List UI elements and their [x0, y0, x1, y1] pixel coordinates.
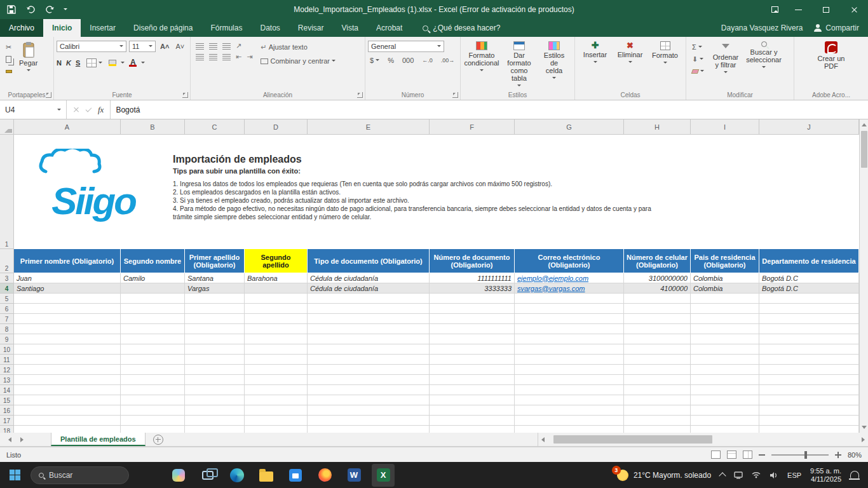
cell-D18[interactable] — [245, 426, 308, 433]
cell-E4[interactable]: Cédula de ciudadanía — [308, 283, 430, 294]
undo-icon[interactable] — [25, 4, 36, 15]
cell-E6[interactable] — [308, 304, 430, 314]
number-format-select[interactable]: General — [368, 41, 444, 52]
ribbon-tab-formulas[interactable]: Fórmulas — [201, 19, 251, 37]
tell-me-search[interactable]: ¿Qué desea hacer? — [423, 19, 500, 37]
cell-B13[interactable] — [121, 375, 185, 385]
cell-F18[interactable] — [430, 426, 515, 433]
confirm-entry-icon[interactable] — [86, 105, 92, 112]
zoom-level[interactable]: 80% — [848, 451, 862, 459]
cell-I3[interactable]: Colombia — [691, 273, 759, 283]
row-header-10[interactable]: 10 — [0, 344, 13, 355]
cell-B11[interactable] — [121, 355, 185, 365]
ribbon-tab-inicio[interactable]: Inicio — [43, 19, 81, 37]
cell-H9[interactable] — [624, 334, 691, 344]
font-size-select[interactable]: 11 — [129, 41, 156, 52]
find-select-button[interactable]: Buscar y seleccionar — [744, 39, 783, 72]
font-color-caret[interactable] — [141, 62, 145, 65]
formula-input[interactable]: Bogotá — [111, 100, 868, 119]
column-header-A[interactable]: A — [14, 119, 121, 134]
taskbar-search[interactable]: Buscar — [31, 466, 129, 484]
cell-B5[interactable] — [121, 294, 185, 304]
copilot-button[interactable] — [167, 464, 190, 487]
cell-I17[interactable] — [691, 416, 759, 426]
shrink-font-icon[interactable]: A˅ — [173, 41, 186, 51]
cell-F3[interactable]: 1111111111 — [430, 273, 515, 283]
header-cell-F2[interactable]: Número de documento (Obligatorio) — [430, 249, 515, 273]
ribbon-tab-insertar[interactable]: Insertar — [81, 19, 125, 37]
column-header-G[interactable]: G — [515, 119, 624, 134]
row-header-6[interactable]: 6 — [0, 304, 13, 314]
cell-J18[interactable] — [759, 426, 859, 433]
horizontal-scroll-thumb[interactable] — [553, 435, 712, 444]
font-color-icon[interactable]: A — [129, 59, 137, 67]
user-name[interactable]: Dayana Vasquez Rivera — [721, 24, 803, 32]
cell-E11[interactable] — [308, 355, 430, 365]
cell-H17[interactable] — [624, 416, 691, 426]
scroll-down-icon[interactable] — [860, 423, 868, 433]
cell-I18[interactable] — [691, 426, 759, 433]
cell-F9[interactable] — [430, 334, 515, 344]
header-cell-B2[interactable]: Segundo nombre — [121, 249, 185, 273]
cell-E13[interactable] — [308, 375, 430, 385]
cell-D6[interactable] — [245, 304, 308, 314]
cell-B10[interactable] — [121, 344, 185, 355]
cell-J11[interactable] — [759, 355, 859, 365]
cell-B8[interactable] — [121, 324, 185, 334]
clear-icon[interactable] — [690, 66, 706, 76]
cell-G14[interactable] — [515, 385, 624, 395]
cell-C6[interactable] — [185, 304, 245, 314]
cell-C4[interactable]: Vargas — [185, 283, 245, 294]
cell-G15[interactable] — [515, 395, 624, 405]
cell-C5[interactable] — [185, 294, 245, 304]
alignment-dialog-launcher[interactable] — [357, 92, 363, 98]
column-header-F[interactable]: F — [430, 119, 515, 134]
column-header-C[interactable]: C — [185, 119, 245, 134]
row-header-13[interactable]: 13 — [0, 375, 13, 385]
cell-J10[interactable] — [759, 344, 859, 355]
cell-styles-button[interactable]: Estilos de celda — [538, 39, 570, 83]
cell-E17[interactable] — [308, 416, 430, 426]
volume-icon[interactable] — [770, 471, 778, 479]
currency-format-icon[interactable]: $ — [368, 55, 381, 65]
row-header-5[interactable]: 5 — [0, 294, 13, 304]
cell-D3[interactable]: Barahona — [245, 273, 308, 283]
cell-J15[interactable] — [759, 395, 859, 405]
cell-E12[interactable] — [308, 365, 430, 375]
ribbon-tab-archivo[interactable]: Archivo — [0, 19, 43, 37]
cell-C13[interactable] — [185, 375, 245, 385]
header-cell-E2[interactable]: Tipo de documento (Obligatorio) — [308, 249, 430, 273]
cell-D10[interactable] — [245, 344, 308, 355]
cell-C17[interactable] — [185, 416, 245, 426]
cell-J7[interactable] — [759, 314, 859, 324]
cell-J5[interactable] — [759, 294, 859, 304]
column-header-H[interactable]: H — [624, 119, 691, 134]
cell-G10[interactable] — [515, 344, 624, 355]
cell-H10[interactable] — [624, 344, 691, 355]
cell-C9[interactable] — [185, 334, 245, 344]
select-all-corner[interactable] — [0, 119, 14, 134]
scroll-right-icon[interactable] — [859, 435, 868, 445]
cell-C3[interactable]: Santana — [185, 273, 245, 283]
save-icon[interactable] — [6, 4, 17, 15]
cell-A14[interactable] — [14, 385, 121, 395]
cell-A3[interactable]: Juan — [14, 273, 121, 283]
cell-A7[interactable] — [14, 314, 121, 324]
cell-E8[interactable] — [308, 324, 430, 334]
cell-I13[interactable] — [691, 375, 759, 385]
cell-B15[interactable] — [121, 395, 185, 405]
cell-B7[interactable] — [121, 314, 185, 324]
cell-B6[interactable] — [121, 304, 185, 314]
cell-E3[interactable]: Cédula de ciudadanía — [308, 273, 430, 283]
cell-D14[interactable] — [245, 385, 308, 395]
cell-G5[interactable] — [515, 294, 624, 304]
cell-F16[interactable] — [430, 405, 515, 416]
row-header-8[interactable]: 8 — [0, 324, 13, 334]
cell-F7[interactable] — [430, 314, 515, 324]
cell-G17[interactable] — [515, 416, 624, 426]
cell-C7[interactable] — [185, 314, 245, 324]
cell-J4[interactable]: Bogotá D.C — [759, 283, 859, 294]
cell-C18[interactable] — [185, 426, 245, 433]
cell-C12[interactable] — [185, 365, 245, 375]
cell-F13[interactable] — [430, 375, 515, 385]
